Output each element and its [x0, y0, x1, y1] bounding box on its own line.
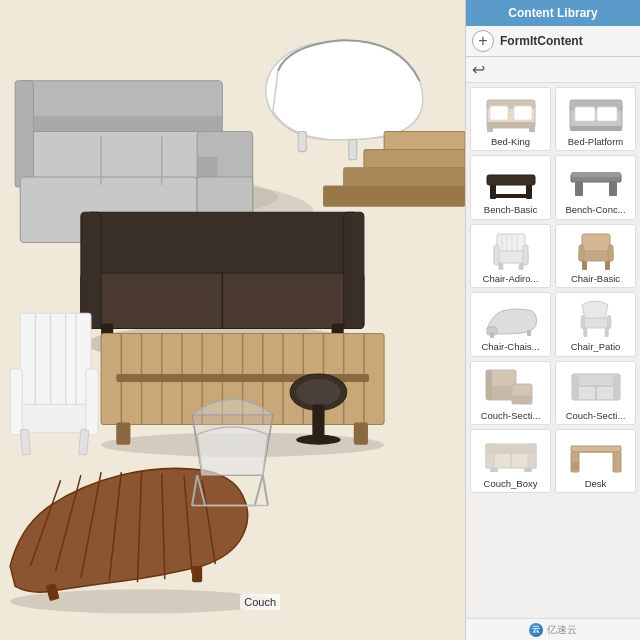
- svg-rect-117: [527, 330, 531, 336]
- svg-rect-85: [529, 126, 535, 132]
- svg-rect-130: [572, 374, 579, 400]
- svg-rect-64: [79, 429, 89, 455]
- svg-rect-108: [518, 263, 524, 270]
- svg-rect-98: [571, 172, 621, 177]
- library-item-bed-king[interactable]: Bed-King: [470, 87, 551, 151]
- svg-rect-15: [298, 131, 306, 151]
- chair-patio-label: Chair_Patio: [571, 341, 621, 352]
- svg-rect-118: [581, 318, 611, 328]
- svg-rect-143: [571, 462, 579, 470]
- svg-rect-89: [597, 107, 617, 121]
- svg-rect-54: [192, 566, 202, 582]
- chair-chaise-icon: [482, 297, 540, 339]
- library-item-bench-basic[interactable]: Bench-Basic: [470, 155, 551, 219]
- items-grid: Bed-King Bed-Platform: [466, 83, 640, 618]
- couch-boxy-icon: [482, 434, 540, 476]
- couch-secti2-icon: [567, 366, 625, 408]
- back-button[interactable]: ↩: [466, 57, 640, 83]
- chair-basic-label: Chair-Basic: [571, 273, 620, 284]
- svg-rect-97: [609, 182, 617, 196]
- svg-rect-21: [81, 212, 101, 328]
- svg-rect-62: [86, 369, 98, 435]
- svg-rect-127: [486, 370, 492, 400]
- svg-rect-83: [514, 106, 532, 120]
- svg-rect-136: [486, 444, 536, 454]
- bench-basic-label: Bench-Basic: [484, 204, 537, 215]
- svg-rect-116: [490, 332, 494, 338]
- svg-rect-6: [15, 81, 33, 187]
- couch-secti2-label: Couch-Secti...: [566, 410, 626, 421]
- svg-rect-22: [344, 212, 364, 328]
- svg-rect-60: [15, 404, 91, 432]
- library-item-couch-boxy[interactable]: Couch_Boxy: [470, 429, 551, 493]
- svg-rect-78: [323, 186, 465, 206]
- library-item-chair-chaise[interactable]: Chair-Chais...: [470, 292, 551, 356]
- svg-rect-138: [490, 468, 498, 472]
- svg-rect-106: [523, 245, 528, 265]
- svg-rect-88: [575, 107, 595, 121]
- svg-rect-109: [582, 234, 610, 252]
- library-item-desk[interactable]: Desk: [555, 429, 636, 493]
- svg-rect-63: [20, 429, 30, 455]
- svg-rect-90: [570, 126, 622, 131]
- watermark-bar: 云 亿速云: [466, 618, 640, 640]
- svg-rect-77: [344, 168, 465, 188]
- bed-king-icon: [482, 92, 540, 134]
- chair-chaise-label: Chair-Chais...: [481, 341, 539, 352]
- svg-rect-96: [575, 182, 583, 196]
- svg-point-66: [296, 379, 340, 405]
- bench-basic-icon: [482, 160, 540, 202]
- svg-rect-140: [571, 446, 621, 452]
- watermark-logo-circle: 云: [529, 623, 543, 637]
- add-icon: +: [478, 32, 487, 50]
- svg-rect-41: [116, 423, 130, 445]
- couch-secti1-icon: [482, 366, 540, 408]
- svg-rect-61: [10, 369, 22, 435]
- library-item-chair-basic[interactable]: Chair-Basic: [555, 224, 636, 288]
- svg-rect-111: [579, 245, 584, 261]
- svg-rect-75: [384, 131, 465, 151]
- bed-king-label: Bed-King: [491, 136, 530, 147]
- library-item-couch-secti2[interactable]: Couch-Secti...: [555, 361, 636, 425]
- svg-point-68: [296, 435, 340, 445]
- library-item-chair-patio[interactable]: Chair_Patio: [555, 292, 636, 356]
- watermark-brand: 亿速云: [547, 623, 577, 637]
- library-header: Content Library: [466, 0, 640, 26]
- library-panel: Content Library + FormItContent ↩: [465, 0, 640, 640]
- svg-rect-131: [613, 374, 620, 400]
- bench-conc-label: Bench-Conc...: [565, 204, 625, 215]
- couch-boxy-label: Couch_Boxy: [484, 478, 538, 489]
- svg-rect-105: [494, 245, 499, 265]
- chair-adiro-label: Chair-Adiro...: [483, 273, 539, 284]
- svg-rect-113: [582, 261, 587, 270]
- svg-rect-142: [613, 452, 621, 472]
- bed-platform-label: Bed-Platform: [568, 136, 623, 147]
- bed-platform-icon: [567, 92, 625, 134]
- svg-rect-120: [607, 315, 611, 329]
- svg-rect-122: [604, 328, 608, 337]
- library-item-bench-conc[interactable]: Bench-Conc...: [555, 155, 636, 219]
- back-arrow-icon: ↩: [472, 60, 485, 79]
- svg-rect-55: [20, 313, 91, 414]
- svg-rect-126: [512, 396, 532, 404]
- desk-icon: [567, 434, 625, 476]
- svg-rect-16: [349, 139, 357, 159]
- folder-title[interactable]: FormItContent: [500, 34, 583, 48]
- svg-rect-76: [364, 150, 465, 170]
- couch-secti1-label: Couch-Secti...: [481, 410, 541, 421]
- library-item-couch-secti1[interactable]: Couch-Secti...: [470, 361, 551, 425]
- library-item-chair-adiro[interactable]: Chair-Adiro...: [470, 224, 551, 288]
- svg-rect-121: [583, 328, 587, 337]
- scene-panel: Couch: [0, 0, 465, 640]
- library-item-bed-platform[interactable]: Bed-Platform: [555, 87, 636, 151]
- svg-rect-67: [312, 404, 324, 439]
- svg-rect-107: [498, 263, 504, 270]
- library-toolbar: + FormItContent: [466, 26, 640, 57]
- couch-label: Couch: [240, 594, 280, 610]
- svg-rect-119: [581, 315, 585, 329]
- svg-rect-112: [608, 245, 613, 261]
- add-button[interactable]: +: [472, 30, 494, 52]
- svg-rect-91: [487, 175, 535, 185]
- watermark-letter: 云: [532, 624, 540, 635]
- chair-adiro-icon: [482, 229, 540, 271]
